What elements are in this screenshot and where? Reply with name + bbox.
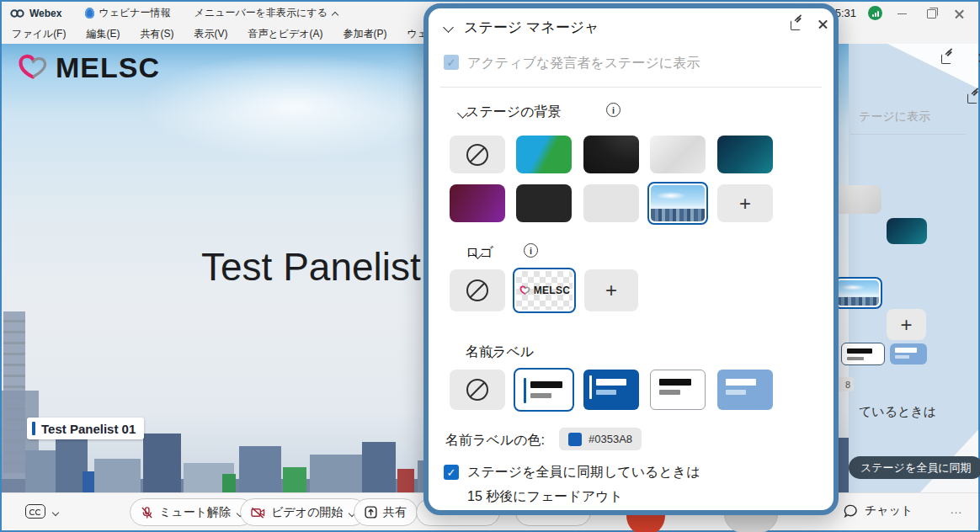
melsc-heart-icon (15, 51, 51, 84)
background-light-option[interactable] (583, 184, 639, 222)
background-silver-option[interactable] (650, 136, 706, 173)
clipped-sync-label: ているときは (859, 404, 936, 420)
close-dialog-icon[interactable] (818, 19, 829, 30)
name-label-none-option[interactable] (450, 370, 505, 410)
app-title: Webex (29, 8, 61, 19)
popout-icon[interactable] (791, 19, 802, 30)
none-icon (466, 144, 488, 166)
menu-view[interactable]: 表示(V) (194, 27, 227, 41)
titlebar-left: Webex ウェビナー情報 メニューバーを非表示にする (2, 6, 338, 20)
maximize-button[interactable] (923, 7, 940, 20)
name-label-style2-option[interactable] (583, 370, 639, 410)
background-dark-option[interactable] (516, 184, 572, 222)
menu-file[interactable]: ファイル(F) (12, 27, 66, 41)
logo-melsc-option-selected[interactable]: MELSC (513, 268, 576, 313)
color-hex-value: #0353A8 (589, 433, 632, 445)
menu-share[interactable]: 共有(S) (140, 27, 173, 41)
connection-quality-icon[interactable] (868, 6, 882, 20)
none-icon (466, 279, 488, 301)
active-speaker-label: アクティブな発言者をステージに表示 (467, 55, 700, 72)
panel-name-label-style-translucent[interactable] (890, 343, 927, 364)
webinar-info-button[interactable]: ウェビナー情報 (85, 6, 170, 20)
start-video-button[interactable]: ビデオの開始 (240, 498, 366, 526)
panel-background-thumb-silver[interactable] (834, 185, 881, 214)
share-screen-icon (365, 506, 377, 519)
sync-fadeout-checkbox[interactable]: ✓ (444, 465, 459, 480)
sync-checkbox-line2: 15 秒後にフェードアウト (467, 488, 623, 506)
background-none-option[interactable] (450, 136, 505, 173)
panel-add-background-button[interactable]: + (887, 309, 926, 340)
plus-icon: + (900, 315, 912, 335)
webex-window: Webex ウェビナー情報 メニューバーを非表示にする 05:31 ファイル(F… (0, 0, 980, 532)
name-label-section-title: 名前ラベル (466, 343, 534, 361)
info-icon[interactable]: i (524, 243, 538, 258)
more-options-button[interactable]: … (950, 502, 963, 516)
logo-section-title: ロゴ (466, 244, 493, 262)
divider (850, 134, 967, 135)
chevron-down-icon (52, 508, 59, 515)
captions-icon (25, 504, 45, 519)
name-label-color-label: 名前ラベルの色: (445, 432, 545, 450)
sync-stage-button[interactable]: ステージを全員に同期 (849, 456, 980, 479)
close-window-button[interactable] (951, 7, 968, 20)
name-label-style3-option[interactable] (650, 370, 706, 410)
popout-icon[interactable] (967, 92, 979, 104)
docked-stage-manager-panel: テージに表示 + 8 ているときは ステージを全員に同期 (849, 44, 978, 492)
none-icon (466, 379, 488, 401)
plus-icon: + (605, 280, 617, 301)
name-label-style4-option[interactable] (717, 370, 773, 410)
chat-button[interactable]: チャット (844, 503, 913, 519)
menu-participants[interactable]: 参加者(P) (344, 27, 387, 41)
unmute-button[interactable]: ミュート解除 (130, 498, 254, 526)
color-swatch (568, 433, 582, 446)
menu-audio-video[interactable]: 音声とビデオ(A) (248, 27, 322, 41)
background-city-option-selected[interactable] (647, 182, 708, 225)
webex-logo-icon (10, 8, 24, 19)
background-teal-option[interactable] (717, 136, 773, 173)
plus-icon: + (739, 194, 751, 214)
logo-none-option[interactable] (450, 269, 505, 311)
background-blackwave-option[interactable] (583, 136, 639, 173)
name-label-style1-option-selected[interactable] (514, 368, 574, 412)
collapse-dialog-icon[interactable] (443, 23, 454, 34)
hide-menubar-button[interactable]: メニューバーを非表示にする (194, 6, 338, 20)
sync-checkbox-line1: ステージを全員に同期しているときは (467, 464, 700, 481)
share-button[interactable]: 共有 (354, 498, 418, 526)
name-label-accent-bar (32, 422, 35, 435)
stage-brand-logo: MELSC (15, 51, 160, 84)
titlebar-right: 05:31 (828, 6, 978, 20)
panel-name-label-style-outline[interactable] (841, 343, 885, 365)
clipped-checkbox-label: テージに表示 (859, 109, 930, 125)
minimize-button[interactable] (894, 7, 911, 20)
captions-button[interactable] (25, 504, 59, 519)
info-icon[interactable]: i (606, 103, 620, 117)
stage-manager-dialog: ステージ マネージャ ✓ アクティブな発言者をステージに表示 ステージの背景 i… (423, 3, 839, 515)
melsc-heart-icon (519, 285, 531, 296)
camera-off-icon (251, 507, 265, 519)
add-logo-button[interactable]: + (584, 269, 638, 311)
participant-name-label: Test Panelist 01 (27, 418, 144, 439)
dialog-title: ステージ マネージャ (464, 18, 599, 37)
speaker-name-display: Test Panelist (201, 244, 421, 290)
background-purple-option[interactable] (450, 184, 505, 222)
background-section-title: ステージの背景 (466, 104, 562, 121)
divider (440, 87, 822, 88)
melsc-logo-preview: MELSC (519, 285, 571, 296)
background-greenblue-option[interactable] (516, 136, 572, 173)
panel-background-thumb-teal[interactable] (887, 218, 927, 244)
active-speaker-checkbox[interactable]: ✓ (444, 55, 459, 70)
webinar-info-icon (85, 8, 94, 19)
chat-bubble-icon (844, 504, 858, 518)
chevron-up-icon (332, 10, 338, 17)
add-background-button[interactable]: + (717, 184, 773, 222)
mic-muted-icon (141, 506, 153, 519)
name-label-color-picker[interactable]: #0353A8 (559, 428, 642, 450)
menu-edit[interactable]: 編集(E) (86, 27, 120, 41)
stage-brand-text: MELSC (56, 51, 160, 84)
panel-background-thumb-city-selected[interactable] (834, 277, 882, 309)
popout-icon[interactable] (941, 52, 953, 64)
